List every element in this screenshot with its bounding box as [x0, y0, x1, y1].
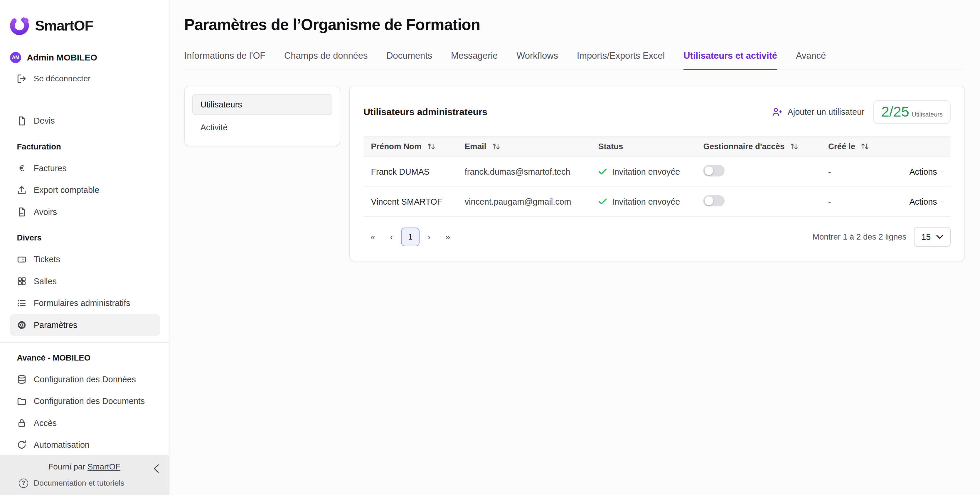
main-content: Paramètres de l’Organisme de Formation I… [169, 0, 980, 495]
sidebar-item-export-comptable[interactable]: Export comptable [0, 179, 169, 201]
sidebar-item-label: Salles [34, 277, 57, 286]
pagination-next-button[interactable]: › [420, 228, 438, 246]
column-header-access-manager[interactable]: Gestionnaire d'accès [696, 136, 821, 157]
sidebar-collapse-button[interactable] [154, 464, 159, 473]
user-plus-icon [772, 107, 783, 117]
cell-actions: Actions [902, 187, 951, 216]
pagination-first-button[interactable]: « [363, 228, 382, 246]
user-name: Admin MOBILEO [27, 53, 97, 62]
pagination-prev-button[interactable]: ‹ [382, 228, 401, 246]
smartof-logo-icon [9, 15, 30, 36]
database-icon [17, 374, 27, 384]
column-header-created[interactable]: Créé le [821, 136, 902, 157]
sidebar-item-acces[interactable]: Accès [0, 412, 169, 434]
logout-icon [17, 74, 27, 84]
tab-messagerie[interactable]: Messagerie [451, 51, 498, 70]
actions-label: Actions [909, 167, 937, 177]
row-actions-button[interactable]: Actions [909, 197, 943, 207]
documentation-link[interactable]: ? Documentation et tutoriels [9, 479, 160, 488]
quota-value: 2/25 [881, 103, 909, 120]
chevron-left-icon [154, 464, 159, 473]
tab-workflows[interactable]: Workflows [516, 51, 558, 70]
row-actions-button[interactable]: Actions [909, 167, 943, 177]
page-size-value: 15 [921, 232, 931, 242]
tab-champs-donnees[interactable]: Champs de données [284, 51, 368, 70]
cell-access-manager [696, 157, 821, 187]
section-header-divers: Divers [0, 227, 169, 248]
table-row: Vincent SMARTOF vincent.paugam@gmail.com… [363, 187, 951, 216]
tab-informations-of[interactable]: Informations de l'OF [185, 51, 266, 70]
sidebar-item-label: Accès [34, 419, 57, 428]
column-header-email[interactable]: Email [457, 136, 591, 157]
tab-documents[interactable]: Documents [387, 51, 432, 70]
sidebar-item-label: Configuration des Données [34, 375, 136, 384]
pagination-page-1-button[interactable]: 1 [401, 228, 420, 246]
logout-button[interactable]: Se déconnecter [0, 74, 169, 84]
section-header-facturation: Facturation [0, 136, 169, 158]
content-area: Utilisateurs Activité Utilisateurs admin… [185, 86, 965, 261]
access-manager-toggle[interactable] [703, 165, 724, 176]
credit-note-icon [17, 207, 27, 217]
provided-prefix: Fourni par [48, 462, 85, 471]
sidebar-item-label: Formulaires administratifs [34, 298, 130, 308]
export-icon [17, 185, 27, 195]
sidebar-item-salles[interactable]: Salles [0, 271, 169, 292]
cell-status: Invitation envoyée [591, 157, 695, 187]
sidebar: SmartOF AM Admin MOBILEO Se déconnecter … [0, 0, 169, 495]
brand: SmartOF [0, 0, 169, 36]
sort-icon [492, 143, 500, 150]
cell-created: - [821, 187, 902, 216]
cell-name: Vincent SMARTOF [363, 187, 457, 216]
tab-imports-exports[interactable]: Imports/Exports Excel [577, 51, 665, 70]
cell-email: vincent.paugam@gmail.com [457, 187, 591, 216]
sort-icon [790, 143, 798, 150]
users-table: Prénom Nom Email [363, 136, 951, 217]
sidebar-footer: Fourni par SmartOF ? Documentation et tu… [0, 455, 169, 495]
add-user-button[interactable]: Ajouter un utilisateur [772, 107, 865, 117]
sidebar-item-formulaires[interactable]: Formulaires administratifs [0, 293, 169, 314]
access-manager-toggle[interactable] [703, 195, 724, 206]
sort-icon [861, 143, 869, 150]
logout-label: Se déconnecter [34, 74, 91, 83]
sidebar-item-parametres[interactable]: Paramètres [10, 314, 160, 336]
ticket-icon [17, 255, 27, 264]
subnav-item-activite[interactable]: Activité [192, 117, 332, 138]
tab-bar: Informations de l'OF Champs de données D… [185, 51, 965, 70]
subnav-item-utilisateurs[interactable]: Utilisateurs [192, 94, 332, 115]
tab-utilisateurs-activite[interactable]: Utilisateurs et activité [684, 51, 777, 70]
sidebar-item-factures[interactable]: € Factures [0, 158, 169, 179]
check-icon [598, 198, 607, 205]
pagination-last-button[interactable]: » [438, 228, 457, 246]
pagination: « ‹ 1 › » Montrer 1 à 2 des 2 lignes 15 [363, 227, 951, 247]
tab-avance[interactable]: Avancé [796, 51, 826, 70]
sidebar-item-tickets[interactable]: Tickets [0, 249, 169, 271]
chevron-down-icon [942, 200, 943, 204]
column-header-status: Status [591, 136, 695, 157]
gear-icon [17, 320, 27, 330]
column-header-name[interactable]: Prénom Nom [363, 136, 457, 157]
sidebar-item-label: Tickets [34, 255, 60, 264]
sidebar-item-avoirs[interactable]: Avoirs [0, 201, 169, 223]
nav-divider [0, 342, 169, 343]
add-user-label: Ajouter un utilisateur [788, 107, 865, 117]
sidebar-item-label: Avoirs [34, 207, 57, 217]
panel-title: Utilisateurs administrateurs [363, 107, 487, 118]
automation-icon [17, 440, 27, 450]
quota-label: Utilisateurs [912, 111, 943, 118]
app-root: SmartOF AM Admin MOBILEO Se déconnecter … [0, 0, 980, 495]
sidebar-item-label: Devis [34, 116, 55, 126]
pagination-summary: Montrer 1 à 2 des 2 lignes [813, 232, 907, 242]
user-quota-badge: 2/25 Utilisateurs [873, 100, 951, 124]
cell-status: Invitation envoyée [591, 187, 695, 216]
sidebar-item-configuration-donnees[interactable]: Configuration des Données [0, 368, 169, 390]
document-icon [17, 116, 27, 126]
table-header-row: Prénom Nom Email [363, 136, 951, 157]
column-label: Email [465, 142, 487, 151]
provider-link[interactable]: SmartOF [88, 462, 120, 471]
sidebar-item-devis[interactable]: Devis [0, 110, 169, 132]
table-row: Franck DUMAS franck.dumas@smartof.tech I… [363, 157, 951, 187]
page-size-select[interactable]: 15 [914, 227, 951, 247]
sidebar-item-configuration-documents[interactable]: Configuration des Documents [0, 390, 169, 412]
sidebar-item-automatisation[interactable]: Automatisation [0, 434, 169, 455]
chevron-down-icon [936, 235, 943, 239]
